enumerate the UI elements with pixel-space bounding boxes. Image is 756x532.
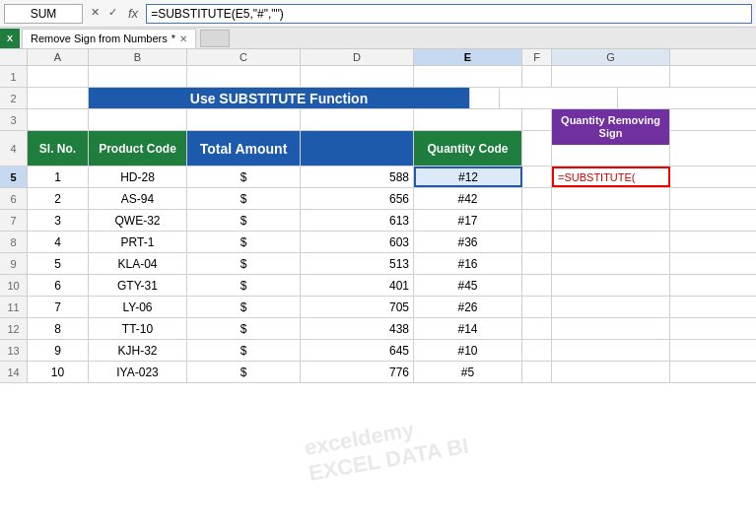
cell-sl-14[interactable]: 10 bbox=[28, 362, 89, 382]
cell-qty-13[interactable]: #10 bbox=[414, 340, 522, 361]
cell-dollar-8[interactable]: $ bbox=[187, 232, 301, 252]
col-header-d[interactable]: D bbox=[301, 49, 414, 65]
col-header-b[interactable]: B bbox=[89, 49, 187, 65]
cell-dollar-12[interactable]: $ bbox=[187, 318, 301, 339]
cell-product-6[interactable]: AS-94 bbox=[89, 188, 187, 209]
cell-qty-10[interactable]: #45 bbox=[414, 275, 522, 296]
tab-close-icon[interactable]: ✕ bbox=[179, 33, 187, 44]
cell-c1[interactable] bbox=[187, 66, 301, 87]
cell-product-9[interactable]: KLA-04 bbox=[89, 253, 187, 274]
cell-amount-5[interactable]: 588 bbox=[301, 166, 414, 187]
cell-dollar-9[interactable]: $ bbox=[187, 253, 301, 274]
cell-f1[interactable] bbox=[522, 66, 552, 87]
cell-qty-11[interactable]: #26 bbox=[414, 297, 522, 317]
formula-input[interactable] bbox=[146, 4, 752, 24]
cell-qty-6[interactable]: #42 bbox=[414, 188, 522, 209]
cell-g-5[interactable]: =SUBSTITUTE( E5, "#", "") bbox=[552, 166, 670, 187]
col-header-g[interactable]: G bbox=[552, 49, 670, 65]
cell-g-11[interactable] bbox=[552, 297, 670, 317]
cell-sl-10[interactable]: 6 bbox=[28, 275, 89, 296]
cell-product-11[interactable]: LY-06 bbox=[89, 297, 187, 317]
cell-e1[interactable] bbox=[414, 66, 522, 87]
cell-f-13[interactable] bbox=[522, 340, 552, 361]
col-header-e[interactable]: E bbox=[414, 49, 522, 65]
confirm-button[interactable]: ✓ bbox=[104, 6, 120, 22]
cell-amount-14[interactable]: 776 bbox=[301, 362, 414, 382]
cell-qty-5[interactable]: #12 bbox=[414, 166, 522, 187]
cell-amount-12[interactable]: 438 bbox=[301, 318, 414, 339]
cell-dollar-14[interactable]: $ bbox=[187, 362, 301, 382]
cell-amount-10[interactable]: 401 bbox=[301, 275, 414, 296]
cell-dollar-6[interactable]: $ bbox=[187, 188, 301, 209]
cell-g-14[interactable] bbox=[552, 362, 670, 382]
cell-f-12[interactable] bbox=[522, 318, 552, 339]
cell-d1[interactable] bbox=[301, 66, 414, 87]
cell-qty-8[interactable]: #36 bbox=[414, 232, 522, 252]
cell-dollar-10[interactable]: $ bbox=[187, 275, 301, 296]
col-header-c[interactable]: C bbox=[187, 49, 301, 65]
cell-g-12[interactable] bbox=[552, 318, 670, 339]
cell-a3[interactable] bbox=[28, 109, 89, 130]
cell-g-6[interactable] bbox=[552, 188, 670, 209]
cell-amount-13[interactable]: 645 bbox=[301, 340, 414, 361]
cell-amount-11[interactable]: 705 bbox=[301, 297, 414, 317]
cell-sl-13[interactable]: 9 bbox=[28, 340, 89, 361]
cell-sl-12[interactable]: 8 bbox=[28, 318, 89, 339]
cell-g4[interactable] bbox=[552, 131, 670, 166]
cell-qty-9[interactable]: #16 bbox=[414, 253, 522, 274]
col-header-a[interactable]: A bbox=[28, 49, 89, 65]
cell-sl-7[interactable]: 3 bbox=[28, 210, 89, 231]
cell-g-9[interactable] bbox=[552, 253, 670, 274]
cell-product-10[interactable]: GTY-31 bbox=[89, 275, 187, 296]
cancel-button[interactable]: ✕ bbox=[87, 6, 103, 22]
cell-sl-6[interactable]: 2 bbox=[28, 188, 89, 209]
cell-f-6[interactable] bbox=[522, 188, 552, 209]
cell-f-7[interactable] bbox=[522, 210, 552, 231]
cell-f2[interactable] bbox=[470, 88, 500, 108]
cell-dollar-11[interactable]: $ bbox=[187, 297, 301, 317]
cell-g1[interactable] bbox=[552, 66, 670, 87]
cell-d3[interactable] bbox=[301, 109, 414, 130]
cell-g-7[interactable] bbox=[552, 210, 670, 231]
sheet-tab[interactable]: Remove Sign from Numbers * ✕ bbox=[22, 29, 196, 48]
cell-g-13[interactable] bbox=[552, 340, 670, 361]
cell-qty-12[interactable]: #14 bbox=[414, 318, 522, 339]
cell-product-12[interactable]: TT-10 bbox=[89, 318, 187, 339]
cell-a1[interactable] bbox=[28, 66, 89, 87]
cell-qty-7[interactable]: #17 bbox=[414, 210, 522, 231]
cell-f-10[interactable] bbox=[522, 275, 552, 296]
cell-amount-6[interactable]: 656 bbox=[301, 188, 414, 209]
cell-amount-7[interactable]: 613 bbox=[301, 210, 414, 231]
cell-f3[interactable] bbox=[522, 109, 552, 130]
cell-c3[interactable] bbox=[187, 109, 301, 130]
cell-qty-14[interactable]: #5 bbox=[414, 362, 522, 382]
cell-dollar-5[interactable]: $ bbox=[187, 166, 301, 187]
cell-f4[interactable] bbox=[522, 131, 552, 166]
cell-sl-11[interactable]: 7 bbox=[28, 297, 89, 317]
cell-dollar-13[interactable]: $ bbox=[187, 340, 301, 361]
cell-f-14[interactable] bbox=[522, 362, 552, 382]
cell-product-7[interactable]: QWE-32 bbox=[89, 210, 187, 231]
cell-amount-8[interactable]: 603 bbox=[301, 232, 414, 252]
cell-product-14[interactable]: IYA-023 bbox=[89, 362, 187, 382]
cell-f-9[interactable] bbox=[522, 253, 552, 274]
name-box[interactable]: SUM bbox=[4, 4, 83, 24]
cell-sl-5[interactable]: 1 bbox=[28, 166, 89, 187]
cell-e3[interactable] bbox=[414, 109, 522, 130]
cell-g2[interactable] bbox=[500, 88, 618, 108]
cell-sl-8[interactable]: 4 bbox=[28, 232, 89, 252]
col-header-f[interactable]: F bbox=[522, 49, 552, 65]
cell-b3[interactable] bbox=[89, 109, 187, 130]
cell-dollar-7[interactable]: $ bbox=[187, 210, 301, 231]
cell-product-13[interactable]: KJH-32 bbox=[89, 340, 187, 361]
cell-product-8[interactable]: PRT-1 bbox=[89, 232, 187, 252]
cell-f-8[interactable] bbox=[522, 232, 552, 252]
cell-g-10[interactable] bbox=[552, 275, 670, 296]
cell-b1[interactable] bbox=[89, 66, 187, 87]
cell-f-11[interactable] bbox=[522, 297, 552, 317]
cell-a2[interactable] bbox=[28, 88, 89, 108]
cell-product-5[interactable]: HD-28 bbox=[89, 166, 187, 187]
cell-sl-9[interactable]: 5 bbox=[28, 253, 89, 274]
cell-amount-9[interactable]: 513 bbox=[301, 253, 414, 274]
cell-g-8[interactable] bbox=[552, 232, 670, 252]
